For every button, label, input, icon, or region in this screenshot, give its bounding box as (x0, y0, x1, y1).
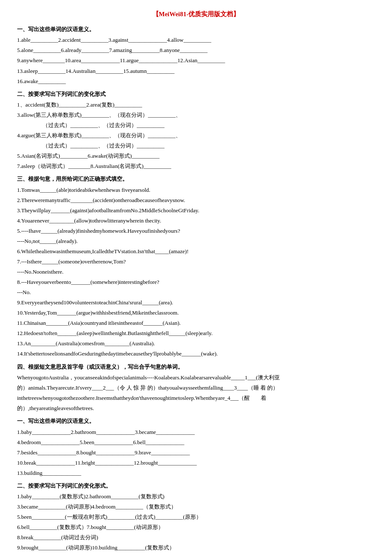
header: 【MeiWei81-优质实用版文档】 (17, 9, 375, 20)
section-4-title: 四、根据短文意思及首字母（或汉语意义），写出合乎句意的单词。 (17, 362, 375, 372)
section-4-line-1: WhenyougotoAustralia，youcanseeakindofspe… (17, 373, 375, 383)
section-3-line-13: 10.Yesterday,Tom_______(argue)withhisbes… (17, 308, 375, 318)
section-6-line-1: 1.baby__________(复数形式)2.bathroom________… (17, 491, 375, 502)
main-content: 一、写出这些单词的汉语意义。 1.able__________2.acciden… (17, 24, 375, 555)
section-4-line-3: inthetreeswhenyougotothezoothere.Itseems… (17, 393, 375, 403)
section-1-line-1: 1.able__________2.accident__________3.ag… (17, 35, 375, 45)
section-4-line-4: 的）,theyareatingleavesofthetrees. (17, 403, 375, 413)
section-3-line-4: 4.Youarenever_________(allow)tothrowlitt… (17, 216, 375, 226)
section-3-line-2: 2.Thereweremanytraffic________(accident)… (17, 195, 375, 205)
section-6-line-4: 6.bell__________(复数形式）7.bought__________… (17, 522, 375, 532)
section-2-line-1: 1、accident(复数)__________2.area(复数)______… (17, 100, 375, 110)
section-4-line-2: 的）animals.Theyarecute.It'svery____2___（令… (17, 383, 375, 393)
section-1-line-5: 16.awake__________ (17, 76, 375, 87)
section-1: 一、写出这些单词的汉语意义。 1.able__________2.acciden… (17, 24, 375, 87)
section-1-line-2: 5.alone__________6.already__________7.am… (17, 45, 375, 55)
section-6-line-2: 3.became__________(动词原形)4.bedroom_______… (17, 502, 375, 512)
section-6: 二、按要求写出下列词汇的变化形式。 1.baby__________(复数形式)… (17, 481, 375, 553)
section-3-line-10: 8.---Haveyoueverbeento_______(somewhere)… (17, 277, 375, 287)
section-5-title: 一、写出这些单词的汉语意义。 (17, 416, 375, 426)
section-1-line-3: 9.anywhere________10.area______________1… (17, 55, 375, 66)
section-3-title: 三、根据句意，用所给词汇的正确形式填空。 (17, 174, 375, 184)
section-3: 三、根据句意，用所给词汇的正确形式填空。 1.Tomwas______(able… (17, 174, 375, 359)
section-2-line-4: 4.argue(第三人称单数形式)__________、（现在分词）______… (17, 130, 375, 141)
section-3-line-8: 7.---Isthere______(someone)overtherenow,… (17, 257, 375, 267)
section-2-line-3: （过去式）__________、（过去分词）__________ (43, 120, 375, 130)
section-3-line-6: ----No,not______(already). (17, 236, 375, 246)
section-3-line-7: 6.Whilethealienwasinthemuseum,Icalledthe… (17, 246, 375, 257)
section-3-line-17: 14.It'sbettertoseelionsandfoGesduringthe… (17, 349, 375, 359)
section-3-line-9: ----No.Nooneisthere. (17, 267, 375, 277)
section-5-line-2: 4.bedroom______________5.been___________… (17, 437, 375, 448)
section-3-line-3: 3.Theywillplay_______(against)afootballt… (17, 205, 375, 216)
section-3-line-5: 5.----Ihave______(already)finishedmyhome… (17, 226, 375, 236)
section-2-line-6: 5.Asian(名词形式)__________6.awake(动词形式)____… (17, 151, 375, 161)
section-1-line-4: 13.asleep__________14.Australian________… (17, 66, 375, 76)
section-6-title: 二、按要求写出下列词汇的变化形式。 (17, 481, 375, 491)
section-3-line-16: 13.An_________(Australia)comesfrom______… (17, 338, 375, 349)
section-5: 一、写出这些单词的汉语意义。 1.baby______________2.bat… (17, 416, 375, 478)
section-5-line-5: 13.building______________ (17, 468, 375, 478)
section-3-line-12: 9.Everyyeartheysend100volunteerstoteachi… (17, 298, 375, 308)
section-6-line-6: 9.brought__________(动词原形)10.building____… (17, 543, 375, 553)
section-5-line-3: 7.besides______________8.bought_________… (17, 448, 375, 458)
section-3-line-1: 1.Tomwas______(able)torideabikewhenhewas… (17, 185, 375, 195)
section-3-line-15: 12.Hedoesn'toften_______(asleep)wellinth… (17, 328, 375, 338)
section-4: 四、根据短文意思及首字母（或汉语意义），写出合乎句意的单词。 Whenyougo… (17, 362, 375, 414)
section-5-line-4: 10.break______________11.bright_________… (17, 458, 375, 468)
section-2: 二、按要求写出下列词汇的变化形式 1、accident(复数)_________… (17, 89, 375, 172)
section-2-title: 二、按要求写出下列词汇的变化形式 (17, 89, 375, 99)
section-6-line-5: 8.break__________(动词过去分词) (17, 532, 375, 543)
section-3-line-14: 11.Chinaisan________(Asia)countryand itl… (17, 318, 375, 328)
section-2-line-5: （过去式）__________、（过去分词）__________ (43, 141, 375, 151)
section-2-line-2: 3.allow(第三人称单数形式)__________、（现在分词）______… (17, 110, 375, 120)
section-1-title: 一、写出这些单词的汉语意义。 (17, 24, 375, 34)
section-5-line-1: 1.baby______________2.bathroom__________… (17, 427, 375, 437)
section-3-line-11: ---No. (17, 287, 375, 298)
section-2-line-7: 7.asleep（动词形式）________8.Australian(名词形式)… (17, 161, 375, 171)
section-6-line-3: 5.been____________(一般现在时形式)__________(过去… (17, 512, 375, 522)
